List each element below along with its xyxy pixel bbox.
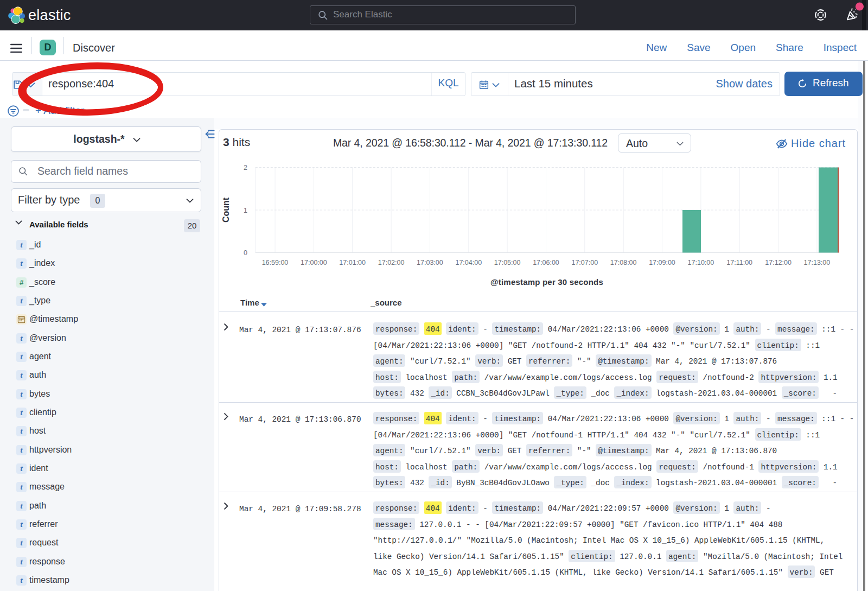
svg-text:17:01:00: 17:01:00 xyxy=(339,259,366,266)
svg-text:0: 0 xyxy=(244,249,247,257)
svg-text:17:12:00: 17:12:00 xyxy=(765,259,792,266)
svg-text:17:08:00: 17:08:00 xyxy=(610,259,637,266)
svg-text:17:05:00: 17:05:00 xyxy=(494,259,521,266)
svg-text:17:11:00: 17:11:00 xyxy=(726,259,752,266)
svg-text:17:09:00: 17:09:00 xyxy=(649,259,675,266)
svg-text:2: 2 xyxy=(244,164,247,171)
svg-text:17:10:00: 17:10:00 xyxy=(688,259,714,266)
svg-text:17:03:00: 17:03:00 xyxy=(417,259,443,266)
svg-text:17:13:00: 17:13:00 xyxy=(804,259,831,266)
svg-text:16:59:00: 16:59:00 xyxy=(262,259,289,266)
svg-text:Count: Count xyxy=(221,197,231,223)
svg-text:17:04:00: 17:04:00 xyxy=(455,259,482,266)
svg-text:1: 1 xyxy=(244,207,247,214)
svg-text:17:07:00: 17:07:00 xyxy=(571,259,598,266)
svg-text:17:00:00: 17:00:00 xyxy=(301,259,327,266)
svg-text:17:02:00: 17:02:00 xyxy=(378,259,405,266)
svg-text:17:06:00: 17:06:00 xyxy=(533,259,559,266)
